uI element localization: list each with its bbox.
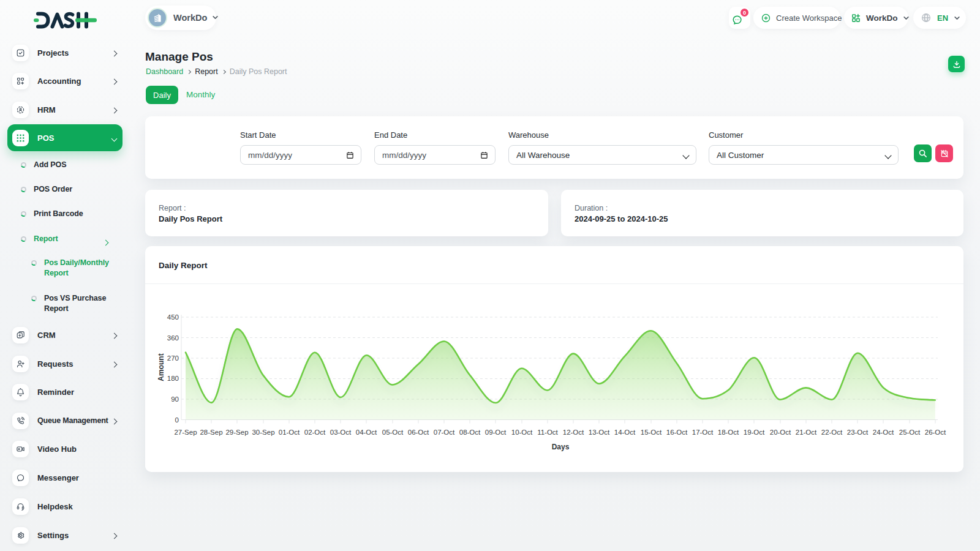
- svg-text:09-Oct: 09-Oct: [485, 429, 507, 436]
- svg-text:25-Oct: 25-Oct: [899, 429, 921, 436]
- svg-text:20-Oct: 20-Oct: [770, 429, 791, 436]
- svg-text:04-Oct: 04-Oct: [356, 429, 377, 436]
- svg-text:10-Oct: 10-Oct: [511, 429, 533, 436]
- svg-text:90: 90: [171, 395, 179, 403]
- svg-text:08-Oct: 08-Oct: [459, 429, 481, 436]
- svg-text:02-Oct: 02-Oct: [304, 429, 326, 436]
- svg-text:23-Oct: 23-Oct: [847, 429, 869, 436]
- svg-text:27-Sep: 27-Sep: [174, 429, 197, 436]
- svg-text:21-Oct: 21-Oct: [796, 429, 817, 436]
- svg-text:28-Sep: 28-Sep: [200, 429, 222, 436]
- svg-text:01-Oct: 01-Oct: [279, 429, 300, 436]
- svg-text:22-Oct: 22-Oct: [821, 429, 843, 436]
- svg-text:Amount: Amount: [157, 353, 165, 381]
- svg-text:12-Oct: 12-Oct: [563, 429, 584, 436]
- svg-text:18-Oct: 18-Oct: [718, 429, 739, 436]
- svg-text:Days: Days: [552, 443, 570, 451]
- svg-text:16-Oct: 16-Oct: [666, 429, 688, 436]
- svg-text:24-Oct: 24-Oct: [873, 429, 894, 436]
- svg-text:270: 270: [167, 354, 179, 362]
- svg-text:13-Oct: 13-Oct: [589, 429, 610, 436]
- svg-text:07-Oct: 07-Oct: [434, 429, 455, 436]
- svg-text:05-Oct: 05-Oct: [382, 429, 404, 436]
- svg-text:450: 450: [167, 313, 179, 321]
- svg-text:06-Oct: 06-Oct: [408, 429, 429, 436]
- svg-text:29-Sep: 29-Sep: [225, 429, 248, 436]
- svg-text:26-Oct: 26-Oct: [925, 429, 946, 436]
- svg-text:19-Oct: 19-Oct: [744, 429, 765, 436]
- svg-text:03-Oct: 03-Oct: [330, 429, 352, 436]
- svg-text:0: 0: [175, 416, 179, 424]
- svg-text:15-Oct: 15-Oct: [641, 429, 662, 436]
- svg-text:14-Oct: 14-Oct: [614, 429, 636, 436]
- svg-text:360: 360: [167, 334, 179, 342]
- svg-text:180: 180: [167, 375, 179, 382]
- svg-text:17-Oct: 17-Oct: [692, 429, 714, 436]
- svg-text:30-Sep: 30-Sep: [252, 429, 274, 436]
- svg-text:11-Oct: 11-Oct: [537, 429, 558, 436]
